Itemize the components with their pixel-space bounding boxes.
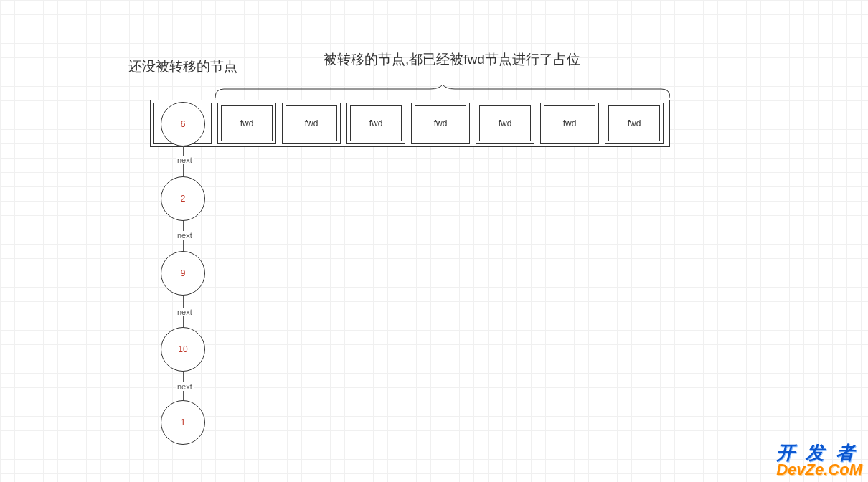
fwd-box-7: fwd [608,105,660,141]
fwd-box-5: fwd [479,105,531,141]
watermark-cn: 开 发 者 [776,443,862,462]
chain-node-3: 10 [161,327,205,372]
watermark-en: DevZe.CoM [776,462,862,478]
fwd-box-4: fwd [415,105,466,141]
fwd-box-3: fwd [350,105,402,141]
chain-node-4: 1 [161,400,205,445]
edge-label-1-2: next [176,231,194,240]
edge-label-2-3: next [176,308,194,316]
edge-label-3-4: next [176,382,194,391]
fwd-box-6: fwd [544,105,595,141]
brace-icon [215,85,670,99]
chain-node-2: 9 [161,251,205,296]
caption-left: 还没被转移的节点 [126,57,240,76]
edge-label-0-1: next [176,156,194,164]
fwd-box-2: fwd [286,105,337,141]
chain-node-0: 6 [161,102,205,146]
watermark-logo: 开 发 者 DevZe.CoM [776,443,862,478]
fwd-box-1: fwd [221,105,273,141]
caption-right: 被转移的节点,都已经被fwd节点进行了占位 [251,50,653,69]
chain-node-1: 2 [161,176,205,221]
